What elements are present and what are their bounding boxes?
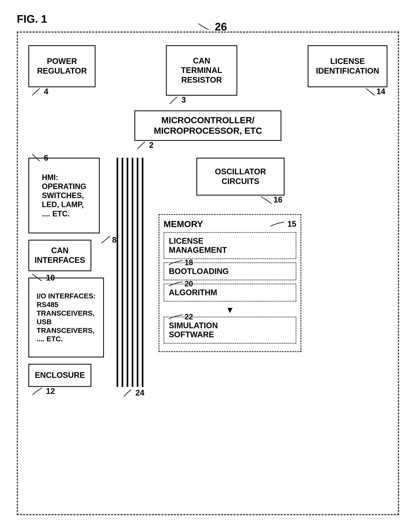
label-20: 20 — [168, 279, 193, 288]
algorithm-text: ALGORITHM — [169, 288, 217, 297]
right-column: OSCILLATOR CIRCUITS 16 MEMORY — [159, 158, 387, 387]
outer-container: 26 POWER REGULATOR 4 CAN TERMINAL RES — [17, 32, 399, 515]
left-column: HMI: OPERATING SWITCHES, LED, LAMP, ....… — [28, 158, 112, 387]
label-12: 12 — [31, 387, 55, 396]
bootloading-text: BOOTLOADING — [169, 267, 229, 276]
memory-header: MEMORY 15 — [164, 219, 296, 229]
label-16: 16 — [259, 195, 283, 204]
microcontroller-text: MICROCONTROLLER/ MICROPROCESSOR, ETC — [154, 115, 262, 136]
hmi-box: HMI: OPERATING SWITCHES, LED, LAMP, ....… — [28, 158, 100, 233]
can-terminal-text: CAN TERMINAL RESISTOR — [181, 56, 222, 85]
bus-lines: 24 — [116, 158, 154, 387]
license-id-box: LICENSE IDENTIFICATION — [308, 45, 387, 87]
can-terminal-box: CAN TERMINAL RESISTOR — [166, 45, 237, 96]
enclosure-box: ENCLOSURE — [28, 364, 91, 387]
microcontroller-row: MICROCONTROLLER/ MICROPROCESSOR, ETC 2 — [28, 110, 387, 141]
license-management-text: LICENSE MANAGEMENT — [169, 237, 227, 254]
enclosure-text: ENCLOSURE — [35, 371, 85, 380]
io-interfaces-text: I/O INTERFACES: RS485 TRANSCEIVERS, USB … — [36, 292, 96, 343]
label-2: 2 — [136, 141, 154, 150]
label-24: 24 — [123, 388, 144, 397]
license-id-text: LICENSE IDENTIFICATION — [316, 57, 379, 76]
memory-container: MEMORY 15 LICENSE MANAGEMENT — [159, 214, 301, 352]
label-4: 4 — [31, 87, 48, 96]
can-interfaces-box: CAN INTERFACES — [28, 240, 91, 271]
label-26: 26 — [196, 20, 227, 33]
can-interfaces-text: CAN INTERFACES — [35, 246, 85, 265]
oscillator-text: OSCILLATOR CIRCUITS — [215, 167, 266, 186]
label-6: 6 — [31, 154, 48, 163]
oscillator-box: OSCILLATOR CIRCUITS — [196, 158, 284, 196]
power-regulator-text: POWER REGULATOR — [34, 57, 90, 76]
io-interfaces-box: I/O INTERFACES: RS485 TRANSCEIVERS, USB … — [28, 277, 104, 358]
label-18: 18 — [168, 258, 193, 267]
label-3: 3 — [169, 96, 186, 105]
middle-section: HMI: OPERATING SWITCHES, LED, LAMP, ....… — [28, 158, 387, 387]
hmi-text: HMI: OPERATING SWITCHES, LED, LAMP, ....… — [42, 173, 86, 218]
label-8: 8 — [100, 236, 116, 245]
memory-title: MEMORY — [164, 219, 203, 229]
power-regulator-box: POWER REGULATOR — [28, 45, 96, 87]
label-14: 14 — [364, 87, 385, 96]
license-management-block: LICENSE MANAGEMENT — [164, 232, 296, 259]
simulation-software-text: SIMULATION SOFTWARE — [169, 321, 218, 339]
top-row: POWER REGULATOR 4 CAN TERMINAL RESISTOR — [28, 45, 387, 96]
label-22: 22 — [168, 312, 193, 321]
label-15: 15 — [287, 219, 296, 228]
microcontroller-box: MICROCONTROLLER/ MICROPROCESSOR, ETC — [134, 110, 281, 141]
label-10: 10 — [31, 273, 55, 282]
